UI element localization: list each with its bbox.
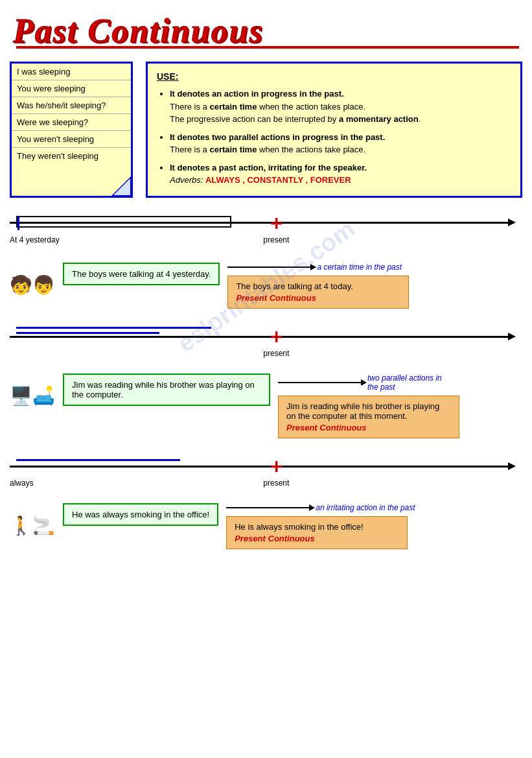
page-title: Past Continuous [13, 12, 264, 49]
timeline2-right: two parallel actions in the past Jim is … [278, 373, 522, 438]
timeline1-example-row: 🧒👦 The boys were talking at 4 yesterday.… [0, 263, 532, 309]
parallel-line1 [16, 327, 211, 329]
cross-arrow3: ✛ [270, 459, 282, 476]
example2-box: Jim was reading while his brother was pl… [63, 373, 270, 406]
arrow2-label: two parallel actions in the past [367, 373, 442, 392]
pc2-label: Present Continuous [286, 423, 451, 432]
cartoon2-image: 🖥️🛋️ [10, 373, 55, 419]
past-line3 [16, 459, 180, 461]
point3-bold: It denotes a past action, irritating for… [170, 163, 367, 172]
timeline2-example-row: 🖥️🛋️ Jim was reading while his brother w… [0, 373, 532, 438]
example3-box: He was always smoking in the office! [63, 503, 218, 526]
example3-text: He was always smoking in the office! [72, 510, 209, 519]
point1-bold2: certain time [209, 102, 257, 112]
arrow1-line [227, 266, 312, 268]
main-timeline-line2 [10, 336, 509, 338]
present-label2: present [263, 349, 289, 358]
point1-text1: There is a [170, 102, 209, 112]
timeline3-section: ✛ always present [0, 445, 532, 486]
point2-bold: It denotes two parallel actions in progr… [170, 132, 385, 142]
timeline3-example-row: 🚶🚬 He was always smoking in the office! … [0, 503, 532, 549]
arrow-head2 [508, 333, 516, 340]
arrow3-line [226, 507, 310, 508]
point3-adverbs-label: Adverbs: [170, 175, 205, 185]
pc3-box: He is always smoking in the office! Pres… [226, 516, 408, 549]
arrow3-row: an irritating action in the past [226, 503, 522, 512]
timeline1-section: ✛ present At 4 yesterday [0, 204, 532, 243]
point1-text3: The progressive action can be interrupte… [170, 114, 339, 124]
example1-box: The boys were talking at 4 yesterday. [63, 263, 220, 285]
arrow3-label: an irritating action in the past [316, 503, 415, 512]
example1-text: The boys were talking at 4 yesterday. [72, 269, 211, 279]
timeline2-graphic: ✛ present [10, 324, 522, 357]
present-label3: present [263, 479, 289, 488]
use-title: USE: [157, 70, 511, 84]
timeline1-graphic: ✛ present At 4 yesterday [10, 211, 522, 243]
past-time-label: At 4 yesterday [10, 235, 60, 244]
point2-bold2: certain time [209, 145, 257, 154]
point2-text2: when the actions take place. [257, 145, 365, 154]
arrow1-label: a certain time in the past [317, 263, 402, 272]
timeline2-section: ✛ present [0, 315, 532, 357]
timeline3-graphic: ✛ always present [10, 454, 522, 486]
point2-text1: There is a [170, 145, 209, 154]
table-row: Were we sleeping? [12, 114, 131, 131]
arrow-head3 [508, 462, 516, 470]
cross-arrow: ✛ [270, 216, 282, 233]
arrow-head [508, 219, 516, 226]
title-section: Past Continuous [0, 0, 532, 55]
arrow1-row: a certain time in the past [227, 263, 522, 272]
parallel-line2 [16, 332, 159, 334]
cartoon3-image: 🚶🚬 [10, 503, 55, 549]
arrow2-line [278, 382, 362, 383]
pc2-box: Jim is reading while his brother is play… [278, 396, 459, 438]
main-timeline-line [10, 222, 509, 224]
table-row: They weren't sleeping [12, 148, 131, 165]
cartoon1-image: 🧒👦 [10, 263, 55, 308]
table-row: I was sleeping [12, 64, 131, 80]
pc1-text: The boys are talking at 4 today. [236, 281, 353, 291]
past-mark [17, 216, 19, 230]
main-timeline-line3 [10, 466, 509, 468]
table-row: You weren't sleeping [12, 131, 131, 148]
pc2-text: Jim is reading while his brother is play… [286, 401, 439, 421]
table-row: You were sleeping [12, 80, 131, 97]
point1-text2: when the action takes place. [257, 102, 365, 112]
bottom-spacer [0, 554, 532, 560]
point1-bold3: a momentary action [339, 114, 419, 124]
top-section: I was sleeping You were sleeping Was he/… [0, 55, 532, 204]
arrow2-row: two parallel actions in the past [278, 373, 522, 392]
use-box: USE: It denotes an action in progress in… [146, 62, 522, 198]
conjugation-box: I was sleeping You were sleeping Was he/… [10, 62, 133, 198]
pc1-label: Present Continuous [236, 293, 400, 303]
pc3-label: Present Continuous [235, 534, 399, 543]
point1-bold: It denotes an action in progress in the … [170, 89, 344, 99]
point1-text4: . [419, 114, 421, 124]
table-row: Was he/she/it sleeping? [12, 97, 131, 114]
always-label: always [10, 479, 34, 488]
dog-ear-inner [113, 178, 130, 195]
pc1-box: The boys are talking at 4 today. Present… [227, 276, 409, 309]
point3-adverbs: ALWAYS , CONSTANTLY , FOREVER [205, 175, 351, 185]
present-label: present [263, 235, 289, 244]
pc3-text: He is always smoking in the office! [235, 522, 363, 532]
example2-text: Jim was reading while his brother was pl… [72, 380, 255, 399]
cross-arrow2: ✛ [270, 329, 282, 346]
timeline3-right: an irritating action in the past He is a… [226, 503, 522, 549]
timeline1-right: a certain time in the past The boys are … [227, 263, 522, 309]
